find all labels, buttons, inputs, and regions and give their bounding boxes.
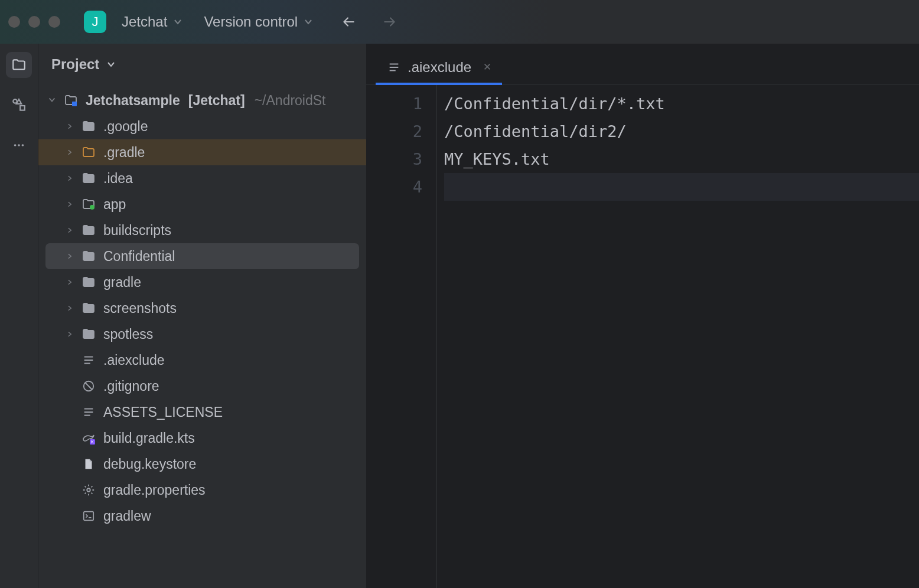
line-number: 2 bbox=[366, 117, 422, 145]
root-bracket: [Jetchat] bbox=[188, 93, 245, 109]
tool-strip bbox=[0, 44, 38, 588]
code-line: /Confidential/dir/*.txt bbox=[444, 90, 919, 117]
project-initial: J bbox=[92, 14, 99, 30]
tree-item-label: screenshots bbox=[103, 300, 177, 316]
folder-icon bbox=[81, 300, 96, 316]
tree-item-label: .gradle bbox=[103, 145, 145, 161]
tree-item-label: ASSETS_LICENSE bbox=[103, 404, 223, 420]
tree-item-label: spotless bbox=[103, 326, 153, 342]
project-dropdown[interactable]: Jetchat bbox=[116, 10, 188, 34]
tree-item[interactable]: .aiexclude bbox=[38, 347, 366, 373]
shell-icon bbox=[81, 508, 96, 524]
tree-item-label: .gitignore bbox=[103, 378, 159, 394]
tree-root[interactable]: Jetchatsample [Jetchat] ~/AndroidSt bbox=[38, 87, 366, 113]
project-icon[interactable]: J bbox=[84, 11, 106, 33]
window-controls bbox=[8, 16, 60, 28]
folder-icon bbox=[81, 119, 96, 134]
chevron-right-icon bbox=[62, 198, 77, 211]
tree-item-label: gradle bbox=[103, 275, 141, 290]
project-tree: Jetchatsample [Jetchat] ~/AndroidSt .goo… bbox=[38, 85, 366, 588]
svg-point-3 bbox=[18, 144, 20, 146]
chevron-right-icon bbox=[62, 276, 77, 289]
code-content[interactable]: /Confidential/dir/*.txt/Confidential/dir… bbox=[437, 85, 919, 588]
code-line: MY_KEYS.txt bbox=[444, 145, 919, 173]
vcs-dropdown[interactable]: Version control bbox=[198, 10, 319, 34]
code-area[interactable]: 1234 /Confidential/dir/*.txt/Confidentia… bbox=[366, 85, 919, 588]
folder-icon bbox=[81, 171, 96, 186]
tree-item[interactable]: debug.keystore bbox=[38, 451, 366, 477]
tree-item[interactable]: Confidential bbox=[45, 243, 359, 269]
tree-item-label: .idea bbox=[103, 171, 133, 187]
title-bar: J Jetchat Version control bbox=[0, 0, 919, 44]
root-name: Jetchatsample bbox=[86, 93, 180, 109]
tree-item-label: debug.keystore bbox=[103, 456, 196, 472]
tree-item[interactable]: gradle bbox=[38, 269, 366, 295]
tree-item[interactable]: .idea bbox=[38, 165, 366, 191]
file-icon bbox=[81, 456, 96, 472]
tree-item[interactable]: .google bbox=[38, 113, 366, 139]
close-window-button[interactable] bbox=[8, 16, 20, 28]
tree-item-label: app bbox=[103, 197, 126, 213]
tree-item-label: .aiexclude bbox=[103, 352, 165, 368]
line-number: 3 bbox=[366, 145, 422, 173]
tree-item[interactable]: .gitignore bbox=[38, 373, 366, 399]
tree-item[interactable]: Kbuild.gradle.kts bbox=[38, 425, 366, 451]
editor: .aiexclude 1234 /Confidential/dir/*.txt/… bbox=[366, 44, 919, 588]
chevron-right-icon bbox=[62, 120, 77, 133]
svg-point-6 bbox=[90, 205, 94, 210]
project-folder-icon bbox=[63, 93, 79, 108]
svg-point-2 bbox=[14, 144, 17, 146]
tree-item[interactable]: .gradle bbox=[38, 139, 366, 165]
tree-item[interactable]: ASSETS_LICENSE bbox=[38, 399, 366, 425]
tree-item[interactable]: app bbox=[38, 191, 366, 217]
editor-tab[interactable]: .aiexclude bbox=[376, 50, 502, 84]
tree-item-label: gradle.properties bbox=[103, 482, 206, 498]
minimize-window-button[interactable] bbox=[28, 16, 40, 28]
folder-icon bbox=[81, 326, 96, 342]
project-tool-button[interactable] bbox=[6, 52, 32, 78]
chevron-right-icon bbox=[62, 328, 77, 341]
chevron-right-icon bbox=[62, 250, 77, 263]
nav-back-button[interactable] bbox=[337, 10, 360, 34]
folder-icon bbox=[81, 275, 96, 290]
tab-bar: .aiexclude bbox=[366, 44, 919, 85]
svg-point-10 bbox=[87, 488, 90, 492]
tree-item-label: buildscripts bbox=[103, 223, 171, 239]
vcs-label: Version control bbox=[204, 14, 298, 30]
text-icon bbox=[81, 352, 96, 368]
line-gutter: 1234 bbox=[366, 85, 437, 588]
tree-item[interactable]: gradle.properties bbox=[38, 477, 366, 503]
tree-item[interactable]: buildscripts bbox=[38, 217, 366, 243]
chevron-down-icon bbox=[173, 14, 183, 30]
svg-rect-11 bbox=[84, 512, 94, 521]
structure-tool-button[interactable] bbox=[6, 92, 32, 118]
tab-name: .aiexclude bbox=[408, 59, 471, 76]
maximize-window-button[interactable] bbox=[48, 16, 60, 28]
tree-item-label: gradlew bbox=[103, 508, 151, 524]
svg-text:K: K bbox=[91, 439, 94, 445]
code-line bbox=[444, 173, 919, 201]
more-tool-button[interactable] bbox=[6, 132, 32, 158]
code-line: /Confidential/dir2/ bbox=[444, 117, 919, 145]
project-panel-header[interactable]: Project bbox=[38, 44, 366, 85]
main-area: Project Jetchatsample [Jetchat] ~/Androi… bbox=[0, 44, 919, 588]
tree-item-label: .google bbox=[103, 119, 148, 135]
tree-item[interactable]: spotless bbox=[38, 321, 366, 347]
folder-icon bbox=[81, 249, 96, 264]
ignore-icon bbox=[81, 378, 96, 394]
chevron-down-icon bbox=[304, 14, 313, 30]
svg-point-4 bbox=[22, 144, 24, 146]
close-icon[interactable] bbox=[483, 61, 491, 74]
tree-item[interactable]: screenshots bbox=[38, 295, 366, 321]
gradle-kts-icon: K bbox=[81, 430, 96, 446]
nav-forward-button[interactable] bbox=[378, 10, 402, 34]
root-path: ~/AndroidSt bbox=[255, 93, 326, 109]
svg-rect-1 bbox=[20, 106, 25, 110]
tree-item[interactable]: gradlew bbox=[38, 503, 366, 529]
gear-icon bbox=[81, 482, 96, 498]
tree-item-label: build.gradle.kts bbox=[103, 430, 195, 446]
panel-title: Project bbox=[51, 56, 99, 73]
folder-icon bbox=[81, 223, 96, 238]
svg-rect-5 bbox=[72, 102, 77, 106]
chevron-down-icon bbox=[44, 94, 60, 107]
